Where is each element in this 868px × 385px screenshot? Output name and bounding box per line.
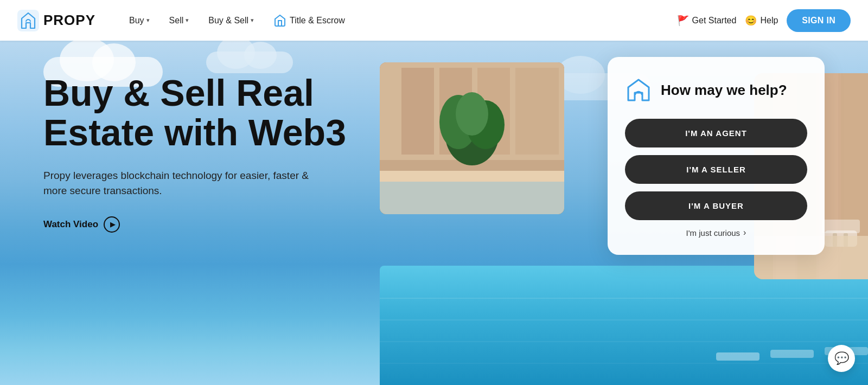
- chat-icon: 💬: [834, 351, 849, 365]
- chat-bubble[interactable]: 💬: [828, 345, 855, 372]
- buyer-button[interactable]: I'M A BUYER: [625, 191, 807, 220]
- hero-image-area: How may we help? I'M AN AGENT I'M A SELL…: [380, 41, 868, 385]
- title-escrow-icon: [273, 14, 286, 27]
- play-icon: [104, 216, 120, 233]
- svg-rect-12: [380, 182, 564, 214]
- nav-help[interactable]: 😊 Help: [745, 15, 778, 27]
- svg-point-10: [456, 92, 488, 136]
- cloud-2: [206, 52, 293, 73]
- nav-buy[interactable]: Buy ▾: [122, 11, 157, 30]
- help-card: How may we help? I'M AN AGENT I'M A SELL…: [608, 57, 825, 255]
- hero-content: Buy & Sell Real Estate with Web3 Propy l…: [43, 73, 369, 233]
- buy-chevron-icon: ▾: [146, 17, 150, 24]
- logo-text: PROPY: [43, 12, 95, 29]
- navbar: PROPY Buy ▾ Sell ▾ Buy & Sell ▾ Title & …: [0, 0, 868, 41]
- svg-rect-18: [716, 352, 760, 361]
- help-icon: 😊: [745, 15, 757, 27]
- nav-title-escrow[interactable]: Title & Escrow: [266, 10, 353, 31]
- nav-get-started[interactable]: 🚩 Get Started: [677, 15, 737, 27]
- curious-arrow-icon: ›: [743, 228, 746, 238]
- nav-buy-sell[interactable]: Buy & Sell ▾: [201, 11, 261, 30]
- agent-button[interactable]: I'M AN AGENT: [625, 119, 807, 147]
- svg-rect-6: [515, 68, 559, 155]
- svg-rect-3: [401, 68, 434, 155]
- nav-sell[interactable]: Sell ▾: [162, 11, 197, 30]
- help-card-title: How may we help?: [661, 82, 787, 99]
- logo[interactable]: PROPY: [17, 10, 95, 31]
- curious-link[interactable]: I'm just curious ›: [625, 228, 807, 238]
- svg-rect-28: [822, 220, 860, 233]
- svg-rect-13: [380, 266, 868, 385]
- hero-title: Buy & Sell Real Estate with Web3: [43, 73, 369, 153]
- svg-rect-19: [770, 350, 814, 358]
- logo-icon: [17, 10, 39, 31]
- property-image-inner: [380, 62, 564, 214]
- hero-subtitle: Propy leverages blockchain technology fo…: [43, 168, 315, 199]
- property-svg: [380, 62, 564, 214]
- sell-chevron-icon: ▾: [186, 17, 189, 24]
- pool-area: [380, 266, 868, 385]
- flag-icon: 🚩: [677, 15, 689, 27]
- nav-right: 🚩 Get Started 😊 Help SIGN IN: [677, 9, 851, 32]
- hero-section: Buy & Sell Real Estate with Web3 Propy l…: [0, 41, 868, 385]
- signin-button[interactable]: SIGN IN: [787, 9, 851, 32]
- buy-sell-chevron-icon: ▾: [251, 17, 254, 24]
- watch-video-button[interactable]: Watch Video: [43, 216, 369, 233]
- nav-links: Buy ▾ Sell ▾ Buy & Sell ▾ Title & Escrow: [122, 10, 677, 31]
- property-image-left: [380, 62, 564, 214]
- pool-svg: [380, 266, 868, 385]
- help-card-house-icon: [625, 76, 652, 104]
- help-card-header: How may we help?: [625, 76, 807, 104]
- seller-button[interactable]: I'M A SELLER: [625, 155, 807, 184]
